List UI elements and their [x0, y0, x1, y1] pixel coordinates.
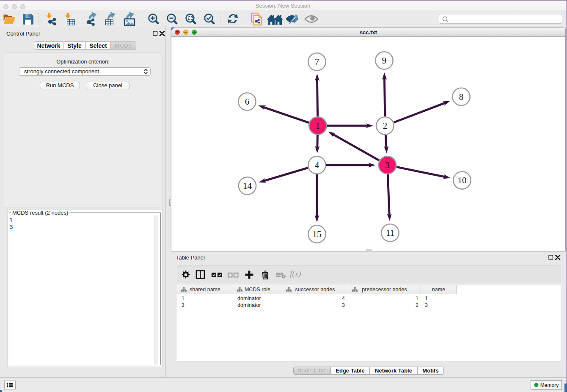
svg-text:15: 15: [313, 229, 322, 239]
svg-text:10: 10: [458, 175, 467, 185]
svg-text:7: 7: [315, 57, 319, 67]
svg-text:6: 6: [245, 97, 250, 107]
svg-text:11: 11: [386, 228, 394, 238]
svg-text:2: 2: [383, 121, 388, 131]
svg-text:14: 14: [243, 181, 252, 191]
svg-text:3: 3: [385, 160, 390, 170]
svg-text:8: 8: [459, 92, 464, 102]
svg-text:1: 1: [316, 121, 320, 131]
svg-text:4: 4: [315, 160, 319, 170]
svg-text:9: 9: [382, 55, 387, 66]
